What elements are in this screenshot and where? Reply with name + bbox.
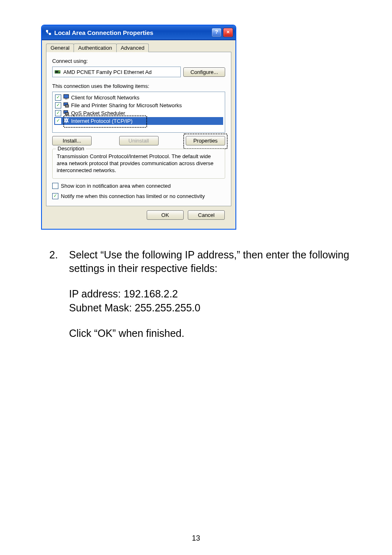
list-item-client[interactable]: Client for Microsoft Networks xyxy=(54,94,223,101)
cancel-button[interactable]: Cancel xyxy=(188,210,225,220)
step-text: Select “Use the following IP address,” t… xyxy=(69,248,359,276)
tab-general[interactable]: General xyxy=(46,44,74,52)
install-button[interactable]: Install... xyxy=(52,136,92,145)
list-item-tcpip[interactable]: Internet Protocol (TCP/IP) xyxy=(54,117,223,125)
description-text: Transmission Control Protocol/Internet P… xyxy=(57,153,221,174)
list-item-qos[interactable]: QoS Packet Scheduler xyxy=(54,109,223,117)
description-group: Description Transmission Control Protoco… xyxy=(52,149,225,179)
description-legend: Description xyxy=(56,145,86,152)
svg-rect-4 xyxy=(65,99,67,99)
adapter-name: AMD PCNET Family PCI Ethernet Ad xyxy=(63,69,152,75)
checkbox-icon[interactable] xyxy=(52,193,58,199)
svg-rect-3 xyxy=(64,94,69,98)
show-icon-row[interactable]: Show icon in notification area when conn… xyxy=(52,183,225,189)
items-label: This connection uses the following items… xyxy=(52,83,225,89)
uninstall-button: Uninstall xyxy=(119,136,159,145)
properties-dialog: Local Area Connection Properties ? × Gen… xyxy=(41,25,236,230)
title-bar: Local Area Connection Properties ? × xyxy=(42,25,235,40)
tab-authentication[interactable]: Authentication xyxy=(74,44,116,52)
svg-rect-2 xyxy=(59,71,60,71)
protocol-icon xyxy=(63,117,69,125)
tab-advanced[interactable]: Advanced xyxy=(116,44,149,52)
subnet-mask-line: Subnet Mask: 255.255.255.0 xyxy=(69,301,359,315)
configure-button[interactable]: Configure... xyxy=(183,67,225,77)
tab-strip: General Authentication Advanced xyxy=(46,44,231,52)
share-icon xyxy=(63,101,69,109)
ok-button[interactable]: OK xyxy=(147,210,184,220)
page-number: 13 xyxy=(0,534,392,543)
close-button[interactable]: × xyxy=(223,28,233,37)
svg-rect-1 xyxy=(55,71,58,73)
checkbox-icon[interactable] xyxy=(55,118,61,124)
checkbox-icon[interactable] xyxy=(55,102,61,108)
tab-panel: Connect using: AMD PCNET Family PCI Ethe… xyxy=(46,52,231,206)
ip-settings: IP address: 192.168.2.2 Subnet Mask: 255… xyxy=(69,287,359,315)
adapter-field: AMD PCNET Family PCI Ethernet Ad xyxy=(52,67,181,77)
step-number: 2. xyxy=(49,248,69,262)
checkbox-icon[interactable] xyxy=(52,183,58,189)
ip-address-line: IP address: 192.168.2.2 xyxy=(69,287,359,301)
svg-rect-6 xyxy=(65,105,69,107)
instruction-step-2: 2. Select “Use the following IP address,… xyxy=(49,248,359,276)
checkbox-icon[interactable] xyxy=(55,110,61,116)
monitor-icon xyxy=(63,94,69,101)
svg-rect-8 xyxy=(65,113,69,115)
nic-icon xyxy=(54,69,61,75)
properties-button[interactable]: Properties xyxy=(186,136,225,145)
click-ok-line: Click “OK” when finished. xyxy=(69,327,359,341)
qos-icon xyxy=(63,109,69,117)
connect-using-label: Connect using: xyxy=(52,58,225,64)
notify-row[interactable]: Notify me when this connection has limit… xyxy=(52,193,225,199)
help-button[interactable]: ? xyxy=(212,28,221,37)
dialog-title: Local Area Connection Properties xyxy=(54,29,153,36)
network-icon xyxy=(45,29,52,36)
components-list[interactable]: Client for Microsoft Networks File and P… xyxy=(52,92,225,133)
list-item-fps[interactable]: File and Printer Sharing for Microsoft N… xyxy=(54,101,223,109)
checkbox-icon[interactable] xyxy=(55,94,61,101)
